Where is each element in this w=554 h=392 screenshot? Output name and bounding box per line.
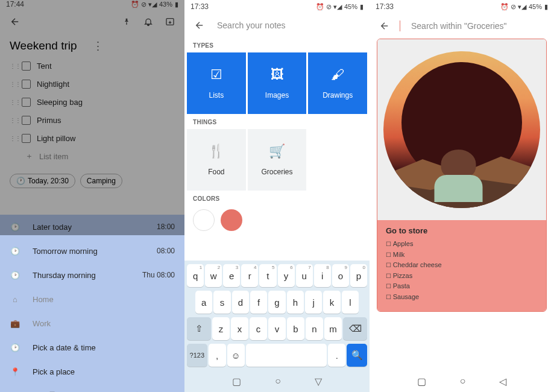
nav-home-icon[interactable]: ○ [90,389,96,392]
note-title[interactable]: Weekend trip [10,39,92,52]
back-icon[interactable] [194,20,205,31]
key-c[interactable]: c [250,317,267,340]
reminder-option[interactable]: 🕑 Thursday morning Thu 08:00 [0,263,184,287]
nav-recent-icon[interactable]: ▢ [48,389,57,393]
reminder-bottom-sheet: 🕑 Later today 18:00 🕑 Tomorrow morning 0… [0,215,184,392]
filter-tile-images[interactable]: 🖼 Images [248,52,307,114]
reminder-label: Tomorrow morning [33,247,145,256]
key-emoji[interactable]: ☺ [227,344,245,367]
checkbox[interactable] [22,116,31,125]
key-g[interactable]: g [268,291,285,314]
key-u[interactable]: u7 [296,264,313,287]
drag-handle-icon[interactable]: ⋮⋮ [10,99,16,106]
key-comma[interactable]: , [209,344,226,367]
nav-back-icon[interactable]: ◁ [499,376,506,387]
pin-icon[interactable] [122,17,131,27]
filter-tile-food[interactable]: 🍴 Food [187,129,246,191]
tag-chip[interactable]: Camping [80,174,122,188]
key-shift[interactable]: ⇧ [187,317,211,340]
nav-home-icon[interactable]: ○ [275,376,281,387]
android-navbar: ▢ ○ ▽ [187,370,367,392]
nav-home-icon[interactable]: ○ [460,376,466,387]
key-search[interactable]: 🔍 [347,344,367,367]
key-symbols[interactable]: ?123 [187,344,207,367]
note-card[interactable]: Go to store ApplesMilkCheddar cheesePizz… [377,39,547,312]
key-m[interactable]: m [324,317,342,340]
image-icon: 🖼 [271,67,284,83]
list-item-label: Tent [37,62,52,71]
filter-tile-lists[interactable]: ☑ Lists [187,52,246,114]
list-item[interactable]: ⋮⋮ Nightlight [10,75,175,93]
key-a[interactable]: a [195,291,212,314]
android-navbar: ▢ ○ ◁ [370,370,554,392]
nav-back-icon[interactable]: ▽ [315,376,322,387]
checkbox[interactable] [22,134,31,143]
key-o[interactable]: o9 [332,264,349,287]
reminder-option[interactable]: 🕑 Pick a date & time [0,335,184,359]
key-n[interactable]: n [306,317,323,340]
note-card-title: Go to store [386,226,538,235]
key-d[interactable]: d [232,291,249,314]
drag-handle-icon[interactable]: ⋮⋮ [10,63,16,69]
search-bar[interactable]: Search your notes [184,13,370,37]
note-list-item: Cheddar cheese [386,260,538,271]
key-r[interactable]: r4 [241,264,258,287]
filter-tile-drawings[interactable]: 🖌 Drawings [308,52,367,114]
key-j[interactable]: j [305,291,322,314]
add-list-item[interactable]: ＋ List item [10,147,175,165]
archive-icon[interactable] [165,17,175,27]
checkbox[interactable] [22,80,31,89]
list-item[interactable]: ⋮⋮ Primus [10,111,175,129]
search-bar[interactable]: Search within "Groceries" [370,13,554,39]
nav-back-icon[interactable]: ◁ [130,389,137,393]
clock-icon: 🕑 [10,343,20,352]
briefcase-icon: 💼 [10,319,20,328]
list-item[interactable]: ⋮⋮ Tent [10,57,175,75]
key-f[interactable]: f [250,291,267,314]
key-k[interactable]: k [323,291,340,314]
color-white[interactable] [193,209,215,231]
list-item-label: Primus [37,116,61,125]
key-t[interactable]: t5 [259,264,276,287]
key-space[interactable] [246,344,327,367]
checkbox[interactable] [22,62,31,71]
search-results-screen: 17:33 ⏰ ⊘ ▾◢ 45% ▮ Search within "Grocer… [370,0,554,392]
key-i[interactable]: i8 [314,264,331,287]
key-q[interactable]: q1 [187,264,204,287]
key-period[interactable]: . [328,344,345,367]
search-screen: 17:33 ⏰ ⊘ ▾◢ 45% ▮ Search your notes TYP… [184,0,370,392]
back-icon[interactable] [10,16,20,27]
drag-handle-icon[interactable]: ⋮⋮ [10,81,16,87]
key-v[interactable]: v [268,317,286,340]
reminder-chip[interactable]: 🕐 Today, 20:30 [10,174,75,188]
status-icons: ⏰ ⊘ ▾◢ 43% ▮ [131,1,178,8]
more-icon[interactable]: ⋮ [92,39,175,53]
drag-handle-icon[interactable]: ⋮⋮ [10,135,16,142]
reminder-icon[interactable] [143,17,153,27]
key-s[interactable]: s [213,291,230,314]
key-w[interactable]: w2 [205,264,222,287]
list-item[interactable]: ⋮⋮ Light pillow [10,129,175,147]
pin-icon: 📍 [10,367,20,376]
nav-recent-icon[interactable]: ▢ [417,376,426,387]
list-item[interactable]: ⋮⋮ Sleeping bag [10,93,175,111]
drag-handle-icon[interactable]: ⋮⋮ [10,117,16,124]
key-x[interactable]: x [231,317,248,340]
color-coral[interactable] [221,209,242,231]
key-y[interactable]: y6 [278,264,295,287]
key-p[interactable]: p0 [350,264,367,287]
key-z[interactable]: z [212,317,230,340]
key-h[interactable]: h [287,291,304,314]
checkbox[interactable] [22,98,31,107]
key-l[interactable]: l [342,291,359,314]
reminder-option[interactable]: 📍 Pick a place [0,359,184,384]
key-backspace[interactable]: ⌫ [343,317,367,340]
key-e[interactable]: e3 [223,264,240,287]
reminder-option[interactable]: 🕑 Tomorrow morning 08:00 [0,239,184,263]
filter-tile-groceries[interactable]: 🛒 Groceries [248,129,307,191]
back-icon[interactable] [379,21,390,31]
reminder-label: Work [33,319,163,328]
reminder-option[interactable]: 🕑 Later today 18:00 [0,215,184,239]
nav-recent-icon[interactable]: ▢ [232,376,241,387]
key-b[interactable]: b [287,317,304,340]
